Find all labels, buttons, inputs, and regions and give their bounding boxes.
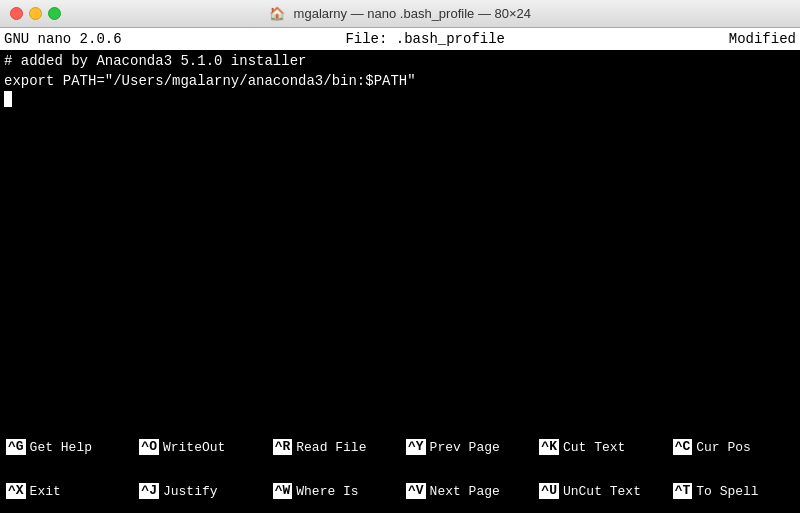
editor-area[interactable]: # added by Anaconda3 5.1.0 installer exp… [0,50,800,425]
shortcut-exit[interactable]: ^X Exit [0,469,133,513]
title-bar: 🏠 mgalarny — nano .bash_profile — 80×24 [0,0,800,28]
nano-status-bar: GNU nano 2.0.6 File: .bash_profile Modif… [0,28,800,50]
shortcut-where-is[interactable]: ^W Where Is [267,469,400,513]
shortcut-prev-page[interactable]: ^Y Prev Page [400,425,533,469]
minimize-button[interactable] [29,7,42,20]
shortcut-to-spell[interactable]: ^T To Spell [667,469,800,513]
shortcut-uncut-text[interactable]: ^U UnCut Text [533,469,666,513]
window-title: 🏠 mgalarny — nano .bash_profile — 80×24 [269,6,531,21]
maximize-button[interactable] [48,7,61,20]
nano-version: GNU nano 2.0.6 [4,31,122,47]
traffic-lights [10,7,61,20]
nano-editor-container: GNU nano 2.0.6 File: .bash_profile Modif… [0,28,800,513]
shortcuts-grid: ^G Get Help ^O WriteOut ^R Read File ^Y [0,425,800,513]
close-button[interactable] [10,7,23,20]
shortcuts-bar: ^G Get Help ^O WriteOut ^R Read File ^Y [0,425,800,513]
editor-line-1: # added by Anaconda3 5.1.0 installer [4,52,796,72]
shortcut-cut-text[interactable]: ^K Cut Text [533,425,666,469]
shortcut-get-help[interactable]: ^G Get Help [0,425,133,469]
shortcut-writeout[interactable]: ^O WriteOut [133,425,266,469]
editor-line-2: export PATH="/Users/mgalarny/anaconda3/b… [4,72,796,92]
shortcut-next-page[interactable]: ^V Next Page [400,469,533,513]
shortcut-justify[interactable]: ^J Justify [133,469,266,513]
nano-modified: Modified [729,31,796,47]
shortcut-cur-pos[interactable]: ^C Cur Pos [667,425,800,469]
cursor-line [4,91,796,107]
text-cursor [4,91,12,107]
nano-file: File: .bash_profile [345,31,505,47]
shortcut-read-file[interactable]: ^R Read File [267,425,400,469]
home-icon: 🏠 [269,6,285,21]
